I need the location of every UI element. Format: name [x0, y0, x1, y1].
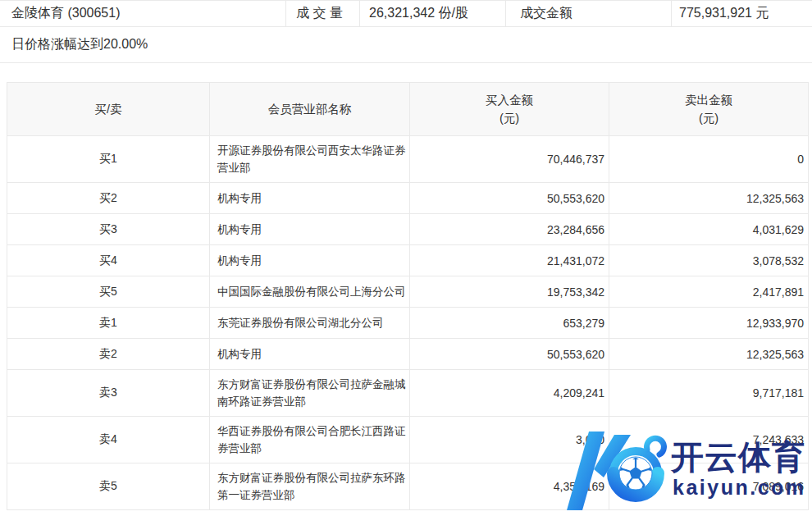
table-row: 买3 机构专用 23,284,656 4,031,629	[7, 214, 809, 245]
table-row: 买5 中国国际金融股份有限公司上海分公司 19,753,342 2,417,89…	[7, 276, 809, 308]
cell-buy-amount: 50,553,620	[410, 183, 609, 214]
volume-value: 26,321,342 份/股	[359, 1, 505, 26]
cell-buy-sell-rank: 卖4	[7, 417, 210, 463]
summary-bar: 金陵体育 (300651) 成 交 量 26,321,342 份/股 成交金额 …	[0, 0, 812, 63]
header-branch-name: 会员营业部名称	[210, 83, 410, 136]
table-row: 卖3 东方财富证券股份有限公司拉萨金融城南环路证券营业部 4,209,241 9…	[7, 370, 809, 417]
cell-branch-name: 中国国际金融股份有限公司上海分公司	[210, 276, 410, 308]
amount-label: 成交金额	[505, 1, 671, 26]
cell-sell-amount: 7,243,633	[609, 417, 809, 463]
header-sell-amount: 卖出金额(元)	[609, 83, 809, 136]
header-buy-sell: 买/卖	[7, 83, 210, 136]
amount-value: 775,931,921 元	[671, 1, 812, 26]
cell-buy-amount: 4,358,169	[410, 463, 609, 510]
table-row: 买4 机构专用 21,431,072 3,078,532	[7, 245, 809, 276]
cell-sell-amount: 2,417,891	[609, 276, 809, 308]
cell-buy-amount: 70,446,737	[410, 136, 609, 183]
cell-buy-sell-rank: 买2	[7, 183, 210, 214]
cell-sell-amount: 7,089,016	[609, 463, 809, 510]
cell-buy-amount: 21,431,072	[410, 245, 609, 276]
cell-buy-amount: 19,753,342	[410, 276, 609, 308]
cell-buy-sell-rank: 买3	[7, 214, 210, 245]
table-body: 买1 开源证券股份有限公司西安太华路证券营业部 70,446,737 0 买2 …	[7, 136, 809, 510]
cell-buy-amount: 50,553,620	[410, 339, 609, 370]
cell-sell-amount: 0	[609, 136, 809, 183]
cell-sell-amount: 3,078,532	[609, 245, 809, 276]
cell-sell-amount: 9,717,181	[609, 370, 809, 417]
trade-detail-page: 金陵体育 (300651) 成 交 量 26,321,342 份/股 成交金额 …	[0, 0, 812, 516]
table-header: 买/卖 会员营业部名称 买入金额(元) 卖出金额(元)	[7, 83, 809, 136]
cell-branch-name: 华西证券股份有限公司合肥长江西路证券营业部	[210, 417, 410, 463]
cell-buy-amount: 653,279	[410, 308, 609, 339]
cell-branch-name: 机构专用	[210, 214, 410, 245]
cell-sell-amount: 4,031,629	[609, 214, 809, 245]
table-row: 买1 开源证券股份有限公司西安太华路证券营业部 70,446,737 0	[7, 136, 809, 183]
cell-sell-amount: 12,325,563	[609, 339, 809, 370]
cell-sell-amount: 12,933,970	[609, 308, 809, 339]
cell-branch-name: 机构专用	[210, 183, 410, 214]
price-notice: 日价格涨幅达到20.00%	[0, 27, 812, 63]
broker-rank-table: 买/卖 会员营业部名称 买入金额(元) 卖出金额(元) 买1 开源证券股份有限公…	[7, 82, 809, 510]
summary-row: 金陵体育 (300651) 成 交 量 26,321,342 份/股 成交金额 …	[0, 0, 812, 27]
stock-title: 金陵体育 (300651)	[0, 1, 285, 26]
cell-branch-name: 东方财富证券股份有限公司拉萨东环路第一证券营业部	[210, 463, 410, 510]
table-row: 买2 机构专用 50,553,620 12,325,563	[7, 183, 809, 214]
cell-branch-name: 东莞证券股份有限公司湖北分公司	[210, 308, 410, 339]
cell-buy-sell-rank: 卖2	[7, 339, 210, 370]
cell-branch-name: 机构专用	[210, 339, 410, 370]
cell-branch-name: 机构专用	[210, 245, 410, 276]
cell-buy-sell-rank: 卖5	[7, 463, 210, 510]
cell-buy-sell-rank: 买1	[7, 136, 210, 183]
header-buy-amount: 买入金额(元)	[410, 83, 609, 136]
cell-buy-sell-rank: 卖3	[7, 370, 210, 417]
table-row: 卖5 东方财富证券股份有限公司拉萨东环路第一证券营业部 4,358,169 7,…	[7, 463, 809, 510]
cell-buy-sell-rank: 卖1	[7, 308, 210, 339]
cell-buy-amount: 3,000	[410, 417, 609, 463]
cell-buy-amount: 23,284,656	[410, 214, 609, 245]
cell-sell-amount: 12,325,563	[609, 183, 809, 214]
cell-buy-amount: 4,209,241	[410, 370, 609, 417]
cell-branch-name: 东方财富证券股份有限公司拉萨金融城南环路证券营业部	[210, 370, 410, 417]
cell-buy-sell-rank: 买5	[7, 276, 210, 308]
cell-buy-sell-rank: 买4	[7, 245, 210, 276]
volume-label: 成 交 量	[285, 1, 359, 26]
table-row: 卖4 华西证券股份有限公司合肥长江西路证券营业部 3,000 7,243,633	[7, 417, 809, 463]
table-row: 卖2 机构专用 50,553,620 12,325,563	[7, 339, 809, 370]
table-row: 卖1 东莞证券股份有限公司湖北分公司 653,279 12,933,970	[7, 308, 809, 339]
cell-branch-name: 开源证券股份有限公司西安太华路证券营业部	[210, 136, 410, 183]
